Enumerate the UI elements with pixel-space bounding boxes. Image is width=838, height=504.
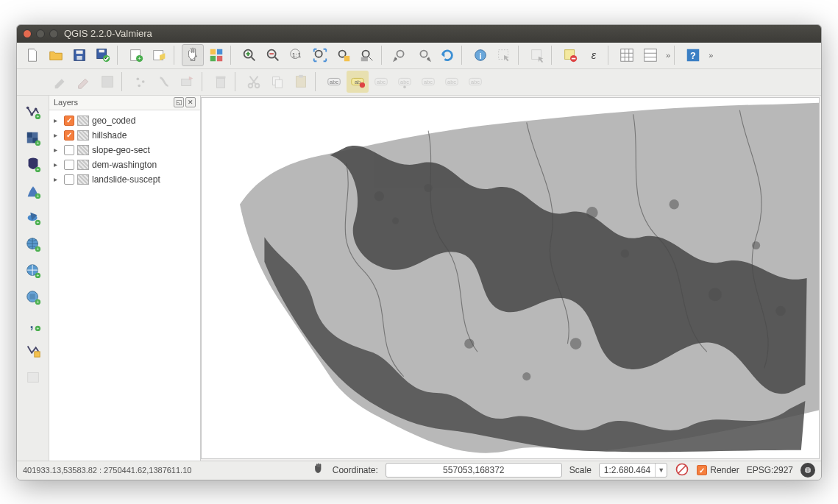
panel-close-button[interactable]: ✕: [185, 97, 196, 107]
cut-button[interactable]: [243, 71, 265, 93]
pan-button[interactable]: [182, 44, 204, 66]
zoom-to-layer-button[interactable]: [356, 44, 378, 66]
save-project-button[interactable]: [68, 44, 90, 66]
add-wms-layer-button[interactable]: +: [21, 233, 45, 256]
stop-render-button[interactable]: [675, 462, 689, 479]
add-mssql-layer-button[interactable]: +: [21, 206, 45, 230]
svg-text:+: +: [36, 326, 39, 331]
pan-to-selection-button[interactable]: [205, 44, 227, 66]
zoom-in-button[interactable]: [238, 44, 260, 66]
manage-layers-toolbar: + + + + + + + + ,+: [17, 96, 49, 461]
svg-rect-47: [297, 77, 306, 88]
label-tool-1[interactable]: abc: [323, 71, 345, 93]
zoom-to-selection-button[interactable]: [333, 44, 355, 66]
new-shapefile-button[interactable]: [21, 338, 45, 362]
svg-point-37: [137, 78, 140, 81]
composer-manager-button[interactable]: [149, 44, 171, 66]
toggle-edit-button[interactable]: [73, 71, 95, 93]
add-wcs-layer-button[interactable]: +: [21, 259, 45, 283]
label-tool-3[interactable]: abc: [370, 71, 392, 93]
svg-point-103: [709, 288, 722, 301]
expand-icon[interactable]: ▸: [54, 175, 61, 183]
paste-button[interactable]: [290, 71, 312, 93]
layer-item[interactable]: ▸hillshade: [51, 128, 199, 143]
svg-rect-41: [217, 78, 225, 88]
current-edits-button[interactable]: [49, 71, 71, 93]
map-canvas[interactable]: [201, 97, 820, 459]
label-tool-7[interactable]: abc: [464, 71, 486, 93]
remove-layer-button[interactable]: [21, 365, 45, 388]
svg-rect-11: [217, 49, 222, 54]
layer-item[interactable]: ▸slope-geo-sect: [51, 143, 199, 157]
svg-text:+: +: [138, 55, 141, 62]
save-as-button[interactable]: [92, 44, 114, 66]
svg-point-66: [30, 113, 33, 116]
clear-selection-button[interactable]: [559, 44, 581, 66]
select-button[interactable]: [493, 44, 515, 66]
zoom-next-button[interactable]: [413, 44, 435, 66]
svg-point-98: [392, 217, 399, 224]
layer-item[interactable]: ▸dem-washington: [51, 157, 199, 172]
zoom-native-button[interactable]: 1:1: [285, 44, 308, 66]
window-close-button[interactable]: [23, 29, 32, 38]
save-edits-button[interactable]: [96, 71, 118, 93]
add-wfs-layer-button[interactable]: +: [21, 285, 45, 309]
deselect-button[interactable]: [526, 44, 548, 66]
expand-icon[interactable]: ▸: [54, 146, 61, 154]
toolbar-overflow-icon[interactable]: »: [706, 51, 714, 60]
window-minimize-button[interactable]: [36, 29, 45, 38]
layer-item[interactable]: ▸landslide-suscept: [51, 172, 199, 187]
render-checkbox[interactable]: Render: [697, 465, 739, 475]
layer-checkbox[interactable]: [64, 130, 74, 141]
render-label: Render: [710, 465, 739, 475]
new-project-button[interactable]: [21, 44, 43, 66]
help-button[interactable]: ?: [682, 44, 704, 66]
layer-checkbox[interactable]: [64, 145, 74, 155]
scale-selector[interactable]: 1:2.680.464 ▼: [599, 463, 667, 478]
layer-list[interactable]: ▸geo_coded ▸hillshade ▸slope-geo-sect ▸d…: [49, 110, 200, 461]
expand-icon[interactable]: ▸: [54, 160, 61, 168]
svg-point-23: [397, 51, 403, 57]
layer-item[interactable]: ▸geo_coded: [51, 113, 199, 128]
expression-select-button[interactable]: ε: [583, 44, 605, 66]
toggle-extents-icon[interactable]: [312, 463, 325, 478]
label-tool-6[interactable]: abc: [441, 71, 463, 93]
node-tool-button[interactable]: [177, 71, 199, 93]
zoom-full-button[interactable]: [309, 44, 331, 66]
layer-checkbox[interactable]: [64, 160, 74, 170]
scale-dropdown-icon[interactable]: ▼: [655, 464, 667, 477]
delete-button[interactable]: [210, 71, 232, 93]
add-postgis-layer-button[interactable]: +: [21, 153, 45, 177]
coordinate-input[interactable]: [386, 463, 562, 478]
zoom-out-button[interactable]: [262, 44, 284, 66]
panel-undock-button[interactable]: ◱: [174, 97, 184, 107]
layers-panel-title: Layers: [54, 98, 78, 107]
crs-status-button[interactable]: [800, 463, 815, 478]
window-maximize-button[interactable]: [49, 29, 58, 38]
label-tool-5[interactable]: abc: [417, 71, 439, 93]
svg-text:i: i: [479, 52, 481, 60]
move-feature-button[interactable]: [153, 71, 175, 93]
toolbar-overflow-icon[interactable]: »: [663, 51, 671, 60]
new-print-composer-button[interactable]: +: [125, 44, 147, 66]
label-tool-4[interactable]: abc: [394, 71, 416, 93]
zoom-last-button[interactable]: [389, 44, 411, 66]
add-spatialite-layer-button[interactable]: +: [21, 180, 45, 203]
add-raster-layer-button[interactable]: +: [21, 127, 45, 150]
refresh-button[interactable]: [436, 44, 458, 66]
add-feature-button[interactable]: [129, 71, 152, 93]
svg-text:ab: ab: [355, 79, 361, 85]
open-attr-table-button[interactable]: [616, 44, 638, 66]
label-tool-2[interactable]: ab: [347, 71, 369, 93]
add-delimited-layer-button[interactable]: ,+: [21, 312, 45, 336]
identify-button[interactable]: i: [469, 44, 491, 66]
copy-button[interactable]: [266, 71, 288, 93]
expand-icon[interactable]: ▸: [54, 116, 61, 124]
content-area: + + + + + + + + ,+ Layers ◱ ✕ ▸geo_coded: [17, 96, 821, 461]
open-project-button[interactable]: [45, 44, 67, 66]
add-vector-layer-button[interactable]: +: [21, 100, 45, 124]
layer-checkbox[interactable]: [64, 116, 74, 126]
expand-icon[interactable]: ▸: [54, 131, 61, 139]
field-calc-button[interactable]: [639, 44, 661, 66]
layer-checkbox[interactable]: [64, 174, 74, 185]
